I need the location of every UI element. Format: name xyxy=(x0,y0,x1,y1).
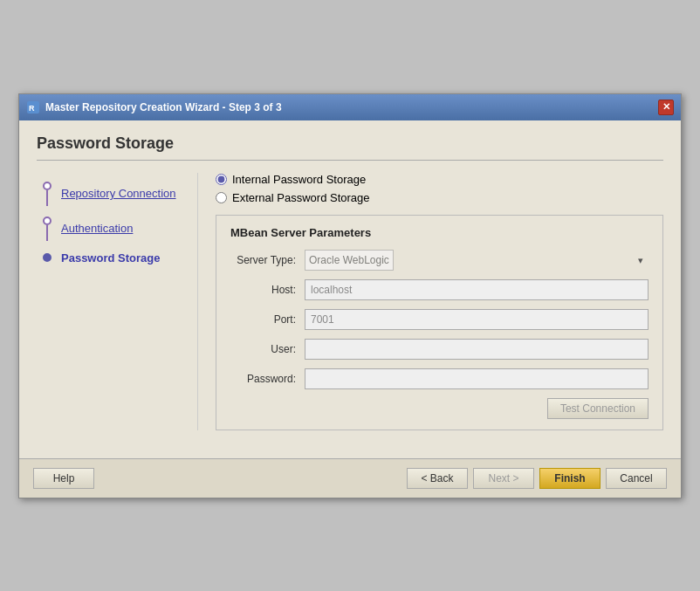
right-panel: Internal Password Storage External Passw… xyxy=(198,173,663,430)
content-area: Password Storage Repository Connection xyxy=(19,120,681,444)
radio-external-label: External Password Storage xyxy=(232,191,370,204)
form-row-host: Host: xyxy=(230,279,649,300)
server-type-select[interactable]: Oracle WebLogic xyxy=(305,250,394,271)
sidebar: Repository Connection Authentication Pas… xyxy=(37,173,198,430)
server-type-select-wrapper: Oracle WebLogic xyxy=(305,250,649,271)
step-indicator-2 xyxy=(40,216,54,241)
app-icon: R xyxy=(26,100,40,114)
password-label: Password: xyxy=(230,373,305,385)
radio-external-input[interactable] xyxy=(216,192,227,203)
help-button[interactable]: Help xyxy=(33,468,94,489)
form-row-password: Password: xyxy=(230,368,649,389)
sidebar-item-repository-connection[interactable]: Repository Connection xyxy=(37,176,189,211)
main-layout: Repository Connection Authentication Pas… xyxy=(37,173,663,430)
back-button[interactable]: < Back xyxy=(407,468,468,489)
radio-internal[interactable]: Internal Password Storage xyxy=(216,173,663,186)
radio-internal-input[interactable] xyxy=(216,174,227,185)
password-input[interactable] xyxy=(305,368,649,389)
sidebar-label-repository-connection: Repository Connection xyxy=(61,187,176,200)
radio-group: Internal Password Storage External Passw… xyxy=(216,173,663,204)
test-connection-row: Test Connection xyxy=(230,398,649,419)
radio-internal-label: Internal Password Storage xyxy=(232,173,366,186)
step-line-2 xyxy=(46,225,48,241)
sidebar-label-authentication: Authentication xyxy=(61,222,133,235)
finish-button[interactable]: Finish xyxy=(539,468,600,489)
sidebar-item-password-storage[interactable]: Password Storage xyxy=(37,246,189,270)
step-dot-1 xyxy=(43,182,51,190)
title-bar-left: R Master Repository Creation Wizard - St… xyxy=(26,100,282,114)
title-bar: R Master Repository Creation Wizard - St… xyxy=(19,94,681,120)
footer-right: < Back Next > Finish Cancel xyxy=(407,468,667,489)
form-row-user: User: xyxy=(230,339,649,360)
step-dot-3 xyxy=(43,253,51,262)
radio-external[interactable]: External Password Storage xyxy=(216,191,663,204)
page-title: Password Storage xyxy=(37,134,663,161)
mbean-section: MBean Server Parameters Server Type: Ora… xyxy=(216,215,663,430)
next-button[interactable]: Next > xyxy=(473,468,534,489)
user-label: User: xyxy=(230,343,305,355)
step-indicator-3 xyxy=(40,253,54,262)
footer: Help < Back Next > Finish Cancel xyxy=(19,458,681,498)
server-type-label: Server Type: xyxy=(230,254,305,266)
test-connection-button[interactable]: Test Connection xyxy=(547,398,649,419)
window-title: Master Repository Creation Wizard - Step… xyxy=(45,101,282,113)
host-label: Host: xyxy=(230,284,305,296)
mbean-title: MBean Server Parameters xyxy=(230,226,649,239)
user-input[interactable] xyxy=(305,339,649,360)
host-input[interactable] xyxy=(305,279,649,300)
sidebar-item-authentication[interactable]: Authentication xyxy=(37,211,189,246)
wizard-window: R Master Repository Creation Wizard - St… xyxy=(18,93,682,498)
step-dot-2 xyxy=(43,216,51,225)
step-line-1 xyxy=(46,190,48,206)
svg-text:R: R xyxy=(29,104,35,113)
form-row-server-type: Server Type: Oracle WebLogic xyxy=(230,250,649,271)
form-row-port: Port: xyxy=(230,309,649,330)
close-button[interactable]: ✕ xyxy=(658,100,674,115)
port-label: Port: xyxy=(230,313,305,326)
step-indicator-1 xyxy=(40,182,54,206)
cancel-button[interactable]: Cancel xyxy=(606,468,667,489)
sidebar-label-password-storage: Password Storage xyxy=(61,251,160,265)
port-input[interactable] xyxy=(305,309,649,330)
